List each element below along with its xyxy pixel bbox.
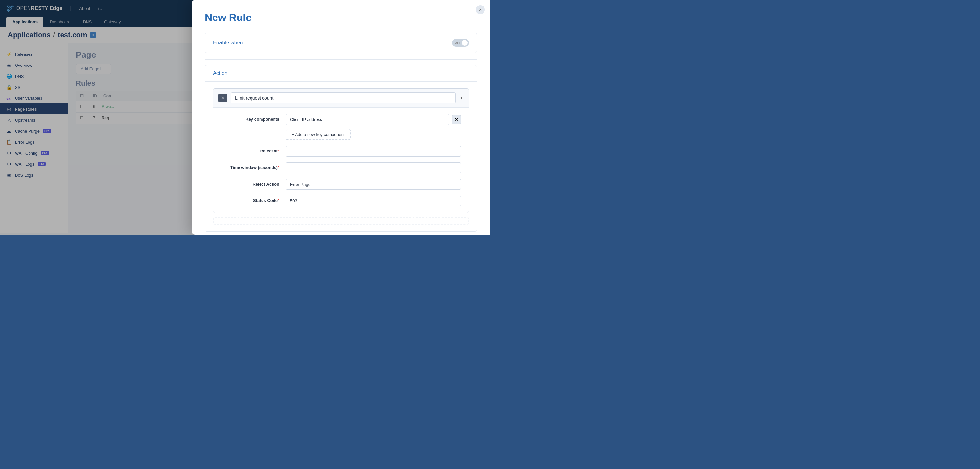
time-window-label: Time window (seconds)* <box>221 163 279 170</box>
toggle-knob <box>462 40 468 46</box>
close-icon: × <box>479 7 482 12</box>
key-components-controls: Client IP address ✕ + Add a new key comp… <box>286 114 461 140</box>
time-window-controls <box>286 163 461 173</box>
status-code-required: * <box>278 198 279 203</box>
section-divider <box>205 59 477 60</box>
action-dropdown-icon: ▼ <box>460 96 463 100</box>
reject-at-required: * <box>278 148 279 153</box>
modal: × New Rule Enable when OFF Action ✕ <box>192 0 490 234</box>
key-components-remove-button[interactable]: ✕ <box>452 115 461 124</box>
key-components-label: Key components <box>221 114 279 122</box>
status-code-controls <box>286 196 461 206</box>
action-remove-button[interactable]: ✕ <box>218 94 227 102</box>
status-code-label: Status Code* <box>221 196 279 203</box>
time-window-input[interactable] <box>286 163 461 173</box>
key-components-input-row: Client IP address ✕ <box>286 114 461 125</box>
reject-at-row: Reject at* <box>221 146 461 157</box>
status-code-input[interactable] <box>286 196 461 206</box>
action-item-header: ✕ Limit request count ▼ <box>213 89 469 108</box>
enable-when-label: Enable when <box>213 40 243 46</box>
key-components-row: Key components Client IP address ✕ + Add <box>221 114 461 140</box>
toggle-off-text: OFF <box>455 41 460 45</box>
action-section: Action ✕ Limit request count ▼ <box>205 65 477 231</box>
reject-action-select[interactable]: Error Page Redirect Custom Response <box>286 179 461 190</box>
reject-action-row: Reject Action Error Page Redirect Custom… <box>221 179 461 190</box>
action-item: ✕ Limit request count ▼ Key components <box>213 88 469 213</box>
action-body: ✕ Limit request count ▼ Key components <box>205 82 477 231</box>
modal-overlay: × New Rule Enable when OFF Action ✕ <box>0 0 490 234</box>
enable-when-section: Enable when OFF <box>205 33 477 53</box>
action-form: Key components Client IP address ✕ + Add <box>213 108 469 213</box>
time-window-row: Time window (seconds)* <box>221 163 461 173</box>
modal-close-button[interactable]: × <box>476 5 485 14</box>
reject-at-input[interactable] <box>286 146 461 157</box>
enable-toggle[interactable]: OFF <box>452 39 469 47</box>
modal-title: New Rule <box>205 12 477 24</box>
status-code-row: Status Code* <box>221 196 461 206</box>
action-header: Action <box>205 65 477 82</box>
action-type-select[interactable]: Limit request count <box>231 93 456 104</box>
key-components-select[interactable]: Client IP address <box>286 114 449 125</box>
add-key-component-button[interactable]: + Add a new key component <box>286 129 351 140</box>
reject-at-controls <box>286 146 461 157</box>
add-action-hint <box>213 217 469 225</box>
reject-action-controls: Error Page Redirect Custom Response <box>286 179 461 190</box>
reject-at-label: Reject at* <box>221 146 279 153</box>
time-window-required: * <box>278 165 279 170</box>
reject-action-label: Reject Action <box>221 179 279 187</box>
